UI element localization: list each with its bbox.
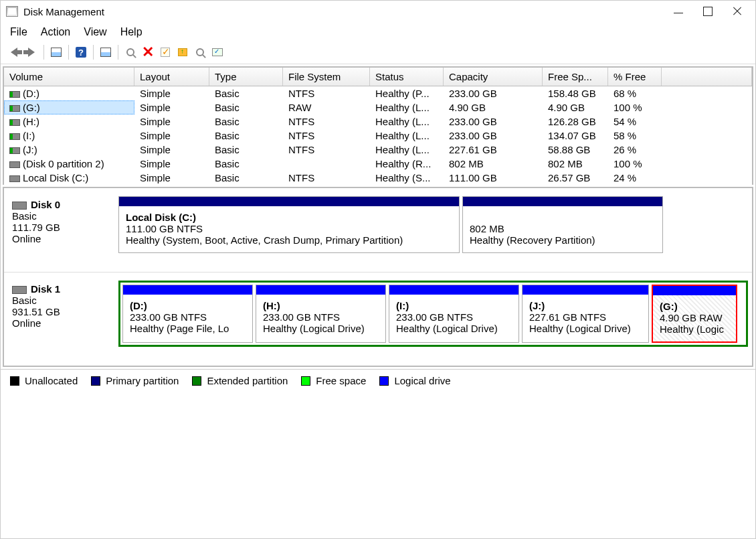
change-letter-icon[interactable] [175,45,191,60]
disk-name: Disk 1 [31,283,60,295]
partition-name [470,209,656,223]
volume-row[interactable]: (H:)SimpleBasicNTFSHealthy (L...233.00 G… [4,114,752,129]
disk-icon [9,133,20,140]
col-percent-free[interactable]: % Free [608,68,662,86]
volume-name: (G:) [23,102,40,113]
partition-box[interactable]: Local Disk (C:)111.00 GB NTFSHealthy (Sy… [118,196,460,253]
table-view-icon[interactable] [48,45,64,60]
menubar: File Action View Help [1,22,755,44]
help-icon[interactable]: ? [73,45,89,60]
volume-name: (H:) [23,116,39,127]
partition-name: (H:) [263,297,379,311]
col-layout[interactable]: Layout [134,68,209,86]
partition-name: (I:) [396,297,512,311]
volume-row[interactable]: (Disk 0 partition 2)SimpleBasicHealthy (… [4,157,752,171]
volume-name: Local Disk (C:) [23,172,88,183]
volume-name: (D:) [23,88,39,99]
volume-row[interactable]: (I:)SimpleBasicNTFSHealthy (L...233.00 G… [4,129,752,143]
disk-icon [9,119,20,126]
back-button[interactable] [6,45,22,60]
col-filesystem[interactable]: File System [283,68,370,86]
col-capacity[interactable]: Capacity [444,68,543,86]
partition-box[interactable]: (H:)233.00 GB NTFSHealthy (Logical Drive… [256,285,386,343]
menu-action[interactable]: Action [41,26,70,38]
disk-icon [12,202,27,210]
legend: Unallocated Primary partition Extended p… [1,369,755,392]
disk-icon [9,91,20,98]
legend-swatch-logical [379,376,389,386]
partition-name: Local Disk (C:) [126,209,452,223]
legend-swatch-extended [192,376,201,386]
volume-name: (I:) [23,130,35,141]
format-icon[interactable] [192,45,208,60]
legend-swatch-free [301,376,310,386]
partition-box[interactable]: (J:)227.61 GB NTFSHealthy (Logical Drive… [522,285,649,343]
volume-row[interactable]: (D:)SimpleBasicNTFSHealthy (P...233.00 G… [4,86,752,100]
disk-icon [12,286,27,294]
app-icon [6,6,18,17]
menu-help[interactable]: Help [120,26,143,38]
explore-icon[interactable] [122,45,138,60]
disk-pane: Disk 1Basic931.51 GBOnline(D:)233.00 GB … [4,273,752,366]
disk-name: Disk 0 [31,199,60,210]
disk-map: Disk 0Basic111.79 GBOnlineLocal Disk (C:… [3,187,753,367]
partition-box[interactable]: 802 MBHealthy (Recovery Partition) [462,196,663,253]
disk-icon [9,161,20,168]
menu-view[interactable]: View [84,26,106,38]
mark-active-icon[interactable] [157,45,173,60]
partition-name: (D:) [130,297,246,311]
partition-box[interactable]: (D:)233.00 GB NTFSHealthy (Page File, Lo [122,285,253,343]
volume-header: Volume Layout Type File System Status Ca… [4,68,752,86]
menu-file[interactable]: File [10,26,27,38]
disk-icon [9,175,20,182]
delete-icon[interactable]: ✕ [140,45,156,60]
col-type[interactable]: Type [209,68,283,86]
window-title: Disk Management [23,6,104,17]
maximize-button[interactable] [703,7,713,16]
volume-row[interactable]: (J:)SimpleBasicNTFSHealthy (L...227.61 G… [4,143,752,157]
toolbar: ? ✕ [1,44,755,64]
legend-swatch-primary [91,376,100,386]
forward-button[interactable] [23,45,39,60]
col-volume[interactable]: Volume [4,68,134,86]
window-controls [674,7,750,16]
volume-table: Volume Layout Type File System Status Ca… [3,66,753,185]
partition-box[interactable]: (G:)4.90 GB RAWHealthy (Logic [652,285,737,343]
disk-icon [9,147,20,154]
detail-view-icon[interactable] [98,45,114,60]
col-status[interactable]: Status [370,68,444,86]
titlebar: Disk Management [1,1,755,22]
close-button[interactable] [733,7,742,16]
partition-box[interactable]: (I:)233.00 GB NTFSHealthy (Logical Drive… [389,285,519,343]
properties-icon[interactable] [209,45,225,60]
volume-name: (J:) [23,144,37,155]
disk-icon [9,105,20,112]
partition-name: (G:) [660,298,729,312]
partition-name: (J:) [529,297,642,311]
volume-row[interactable]: Local Disk (C:)SimpleBasicNTFSHealthy (S… [4,171,752,185]
col-free-space[interactable]: Free Sp... [543,68,608,86]
volume-row[interactable]: (G:)SimpleBasicRAWHealthy (L...4.90 GB4.… [4,100,752,114]
disk-pane: Disk 0Basic111.79 GBOnlineLocal Disk (C:… [4,188,752,273]
legend-swatch-unallocated [10,376,19,386]
volume-name: (Disk 0 partition 2) [23,158,104,169]
minimize-button[interactable] [674,4,683,13]
